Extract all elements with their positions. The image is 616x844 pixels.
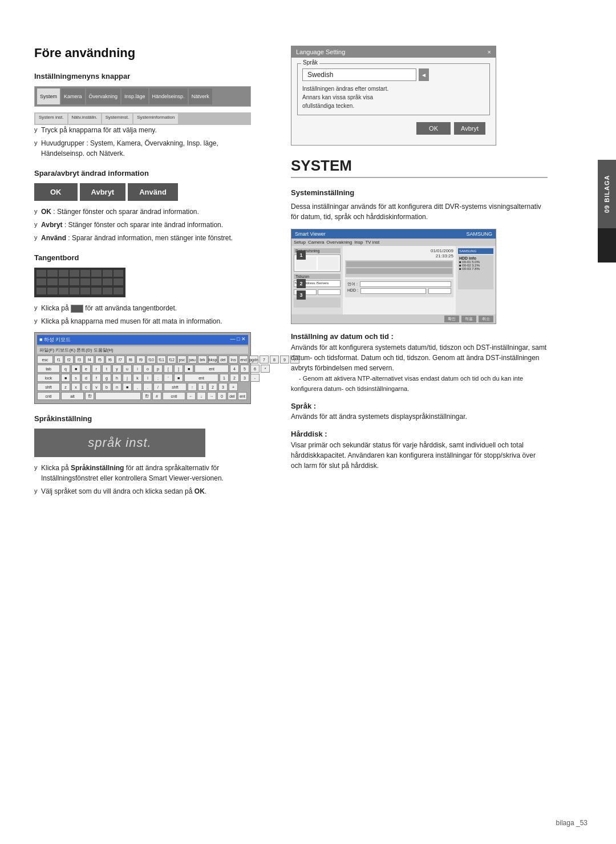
vkb-key-ins[interactable]: Ins bbox=[229, 356, 238, 364]
vkb-key-f3[interactable]: f3 bbox=[75, 356, 84, 364]
vkb-key-sc[interactable]: ; bbox=[153, 374, 163, 382]
vkb-key-w[interactable]: ■ bbox=[71, 365, 80, 373]
vkb-key-psc[interactable]: psc bbox=[177, 356, 187, 364]
sv-footer-ok[interactable]: 확인 bbox=[444, 316, 459, 322]
vkb-key-f9[interactable]: f9 bbox=[136, 356, 145, 364]
vkb-key-n[interactable]: n bbox=[112, 383, 121, 391]
vkb-key-x[interactable]: x bbox=[71, 383, 80, 391]
vkb-key-f6[interactable]: f6 bbox=[106, 356, 115, 364]
vkb-key-hash[interactable]: # bbox=[152, 392, 161, 400]
vkb-key-c[interactable]: c bbox=[82, 383, 91, 391]
vkb-key-up[interactable]: ↑ bbox=[188, 383, 197, 391]
ok-button[interactable]: OK bbox=[34, 183, 78, 201]
vkb-key-v[interactable]: v bbox=[92, 383, 101, 391]
vkb-key-f5[interactable]: f5 bbox=[95, 356, 104, 364]
vkb-key-brk3[interactable]: ] bbox=[174, 365, 183, 373]
vkb-key-y[interactable]: y bbox=[112, 365, 121, 373]
sv-footer-apply[interactable]: 적용 bbox=[461, 316, 476, 322]
vkb-key-q[interactable]: q bbox=[61, 365, 70, 373]
vkb-key-plus[interactable]: + bbox=[229, 383, 238, 391]
vkb-key-f2[interactable]: f2 bbox=[64, 356, 74, 364]
vkb-key-4[interactable]: 4 bbox=[230, 365, 239, 373]
vkb-key-g[interactable]: g bbox=[102, 374, 111, 382]
vkb-key-0[interactable]: 1 bbox=[198, 383, 207, 391]
vkb-key-j[interactable]: j bbox=[123, 374, 132, 382]
vkb-key-pgdn[interactable]: pgdn bbox=[249, 356, 258, 364]
vkb-key-ap[interactable]: ' bbox=[164, 374, 173, 382]
vkb-key-l[interactable]: l bbox=[143, 374, 152, 382]
vkb-key-slash[interactable]: / bbox=[153, 383, 163, 391]
vkb-key-f11[interactable]: f11 bbox=[157, 356, 166, 364]
vkb-key-6[interactable]: 6 bbox=[250, 365, 260, 373]
vkb-key-brk[interactable]: brk bbox=[198, 356, 207, 364]
vkb-key-d[interactable]: d bbox=[82, 374, 91, 382]
vkb-key-left[interactable]: ← bbox=[187, 392, 196, 400]
vkb-key-z[interactable]: z bbox=[61, 383, 70, 391]
vkb-key-7[interactable]: 7 bbox=[260, 356, 269, 364]
vkb-key-cntl-r[interactable]: cntl bbox=[163, 392, 185, 400]
vkb-key-8[interactable]: 8 bbox=[270, 356, 279, 364]
vkb-key-s[interactable]: s bbox=[71, 374, 80, 382]
vkb-key-3b[interactable]: 3 bbox=[218, 383, 228, 391]
vkb-key-f4[interactable]: f4 bbox=[85, 356, 94, 364]
vkb-key-bs2[interactable]: ■ bbox=[174, 374, 183, 382]
lang-dropdown-value[interactable]: Swedish bbox=[302, 68, 416, 81]
vkb-key-shift-r[interactable]: shft bbox=[164, 383, 187, 391]
vkb-key-0-num[interactable]: 0 bbox=[217, 392, 226, 400]
vkb-key-o[interactable]: o bbox=[143, 365, 152, 373]
vkb-key-k[interactable]: k bbox=[133, 374, 142, 382]
vkb-key-i[interactable]: i bbox=[133, 365, 142, 373]
lang-ok-button[interactable]: OK bbox=[416, 122, 451, 135]
vkb-key-bksp[interactable]: bksp bbox=[208, 356, 217, 364]
vkb-key-f10[interactable]: f10 bbox=[147, 356, 156, 364]
vkb-key-right[interactable]: → bbox=[207, 392, 216, 400]
vkb-key-enter-up[interactable]: ent bbox=[194, 365, 229, 373]
vkb-key-han2[interactable]: 한 bbox=[142, 392, 151, 400]
vkb-key-shift-l[interactable]: shft bbox=[37, 383, 60, 391]
vkb-key-enter[interactable]: ent bbox=[184, 374, 218, 382]
vkb-key-del[interactable]: del bbox=[218, 356, 228, 364]
vkb-key-down[interactable]: ↓ bbox=[197, 392, 206, 400]
vkb-key-space[interactable] bbox=[95, 392, 141, 400]
vkb-key-3[interactable]: 3 bbox=[240, 374, 249, 382]
sv-footer-cancel[interactable]: 취소 bbox=[479, 316, 493, 322]
vkb-key-h[interactable]: h bbox=[112, 374, 121, 382]
vkb-key-u[interactable]: u bbox=[123, 365, 132, 373]
vkb-key-00[interactable]: 2 bbox=[208, 383, 217, 391]
anvand-button[interactable]: Använd bbox=[128, 183, 178, 201]
vkb-key-2[interactable]: 2 bbox=[230, 374, 239, 382]
vkb-key-f[interactable]: f bbox=[92, 374, 101, 382]
vkb-key-del-num[interactable]: del bbox=[228, 392, 237, 400]
lang-avbryt-button[interactable]: Avbryt bbox=[454, 122, 485, 135]
vkb-key-t[interactable]: t bbox=[102, 365, 111, 373]
vkb-key-m[interactable]: ■ bbox=[123, 383, 132, 391]
vkb-key-han[interactable]: 한 bbox=[85, 392, 94, 400]
vkb-key-bs[interactable]: ■ bbox=[184, 365, 193, 373]
vkb-key-end[interactable]: end bbox=[239, 356, 248, 364]
vkb-key-b[interactable]: b bbox=[102, 383, 111, 391]
avbryt-button[interactable]: Avbryt bbox=[80, 183, 126, 201]
vkb-key-comma[interactable]: , bbox=[133, 383, 142, 391]
vkb-key-dot[interactable]: . bbox=[143, 383, 152, 391]
vkb-key-p[interactable]: p bbox=[153, 365, 163, 373]
vkb-key-brk2[interactable]: [ bbox=[164, 365, 173, 373]
vkb-key-pause[interactable]: pau bbox=[188, 356, 197, 364]
vkb-key-a[interactable]: ■ bbox=[61, 374, 70, 382]
vkb-key-mul[interactable]: * bbox=[261, 365, 270, 373]
vkb-key-ent-num[interactable]: ent bbox=[238, 392, 247, 400]
vkb-key-minus[interactable]: - bbox=[250, 374, 260, 382]
vkb-key-f7[interactable]: f7 bbox=[116, 356, 125, 364]
vkb-key-1[interactable]: 1 bbox=[220, 374, 229, 382]
vkb-key-r[interactable]: r bbox=[92, 365, 101, 373]
vkb-key-e[interactable]: e bbox=[82, 365, 91, 373]
vkb-key-f12[interactable]: f12 bbox=[167, 356, 176, 364]
vkb-key-ctrl-l[interactable]: cntl bbox=[37, 392, 60, 400]
vkb-key-tab[interactable]: tab bbox=[37, 365, 60, 373]
lang-dropdown-arrow-icon[interactable]: ◄ bbox=[419, 68, 429, 81]
vkb-key-5[interactable]: 5 bbox=[240, 365, 249, 373]
vkb-key-esc[interactable]: esc bbox=[37, 356, 53, 364]
vkb-key-alt[interactable]: alt bbox=[61, 392, 84, 400]
vkb-key-f1[interactable]: f1 bbox=[54, 356, 63, 364]
lang-dialog-close-icon[interactable]: × bbox=[488, 49, 491, 55]
vkb-key-f8[interactable]: f8 bbox=[126, 356, 135, 364]
